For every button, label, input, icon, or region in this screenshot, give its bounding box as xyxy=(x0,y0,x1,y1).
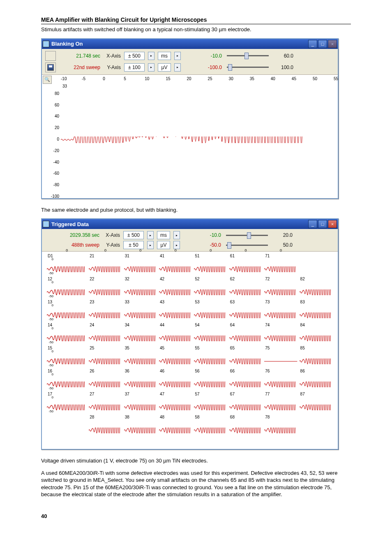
channel-label: 84 xyxy=(300,323,305,327)
xaxis-ticks-1: -10-50510152025303540455055 xyxy=(61,76,334,83)
channel-trace xyxy=(47,335,87,341)
channel-trace xyxy=(264,382,297,387)
yaxis-unit-input[interactable]: µV xyxy=(158,63,171,72)
xaxis-step-input[interactable]: ± 500 xyxy=(124,52,145,60)
yaxis-step-spin-2[interactable]: ▸ xyxy=(147,241,154,249)
zoom-button-1[interactable]: 🔍 xyxy=(43,76,52,84)
xaxis-unit-spin[interactable]: ▸ xyxy=(174,52,181,60)
xaxis-max-1: 60.0 xyxy=(274,53,293,59)
channel-label: 72 xyxy=(265,277,270,281)
ytick: 20 xyxy=(55,125,59,130)
channel-cell: 28 xyxy=(88,414,123,437)
channel-cell: 66 xyxy=(228,368,263,391)
yaxis-unit-input-2[interactable]: µV xyxy=(157,241,170,249)
channel-label: 62 xyxy=(230,277,235,281)
sweep-num-1: 22nd sweep xyxy=(59,65,100,70)
channel-cell: 26 xyxy=(88,368,123,391)
xtick: 20 xyxy=(187,76,191,81)
channel-label: 61 xyxy=(230,254,235,258)
yaxis-slider-2[interactable] xyxy=(224,241,270,249)
channel-label: 85 xyxy=(300,346,305,350)
channel-cell: 65 xyxy=(228,345,263,368)
channel-label: 12 xyxy=(48,277,52,281)
xaxis-step-spin-2[interactable]: ▸ xyxy=(147,231,154,239)
minimize-button[interactable]: _ xyxy=(308,40,317,48)
channel-label: 35 xyxy=(125,346,129,350)
channel-cell: 57 xyxy=(193,391,228,414)
channel-cell: 43 xyxy=(158,299,193,322)
channel-cell: 46 xyxy=(158,368,193,391)
channel-trace xyxy=(124,358,157,364)
minimize-button[interactable]: _ xyxy=(308,220,317,228)
save-button-1[interactable] xyxy=(45,62,56,72)
channel-trace xyxy=(264,335,297,341)
channel-label: 86 xyxy=(300,369,305,373)
yaxis-step-spin[interactable]: ▸ xyxy=(148,63,154,72)
channel-trace xyxy=(229,382,262,387)
yaxis-unit-spin-2[interactable]: ▸ xyxy=(173,241,180,249)
channel-cell: 0-5012 xyxy=(46,276,88,299)
channel-cell: 031 xyxy=(123,253,158,276)
yaxis-step-input[interactable]: ± 100 xyxy=(124,63,145,72)
channel-label: 13 xyxy=(48,300,52,304)
maximize-button[interactable]: □ xyxy=(318,220,327,228)
xaxis-slider-1[interactable] xyxy=(225,52,270,60)
channel-trace xyxy=(194,358,227,364)
channel-trace xyxy=(264,312,297,318)
app-icon xyxy=(43,221,49,227)
channel-cell: 24 xyxy=(88,322,123,345)
xaxis-unit-input[interactable]: ms xyxy=(158,52,171,60)
xaxis-unit-input-2[interactable]: ms xyxy=(157,231,170,239)
xtick: 35 xyxy=(250,76,254,81)
xaxis-unit-spin-2[interactable]: ▸ xyxy=(173,231,180,239)
close-button[interactable]: × xyxy=(328,220,337,228)
channel-label: 46 xyxy=(160,369,164,373)
channel-trace xyxy=(47,382,87,387)
channel-label: 76 xyxy=(265,369,270,373)
xtick: 10 xyxy=(145,76,149,81)
save-icon xyxy=(47,64,54,71)
channel-trace xyxy=(159,289,192,295)
channel-cell: 63 xyxy=(228,299,263,322)
channel-trace xyxy=(124,289,157,295)
channel-cell: 56 xyxy=(193,368,228,391)
channel-cell: 27 xyxy=(88,391,123,414)
channel-cell: 53 xyxy=(193,299,228,322)
channel-label: 82 xyxy=(300,277,305,281)
xaxis-slider-2[interactable] xyxy=(224,231,270,239)
channel-trace xyxy=(194,289,227,295)
yaxis-slider-1[interactable] xyxy=(225,64,270,71)
yaxis-label-1: Y-Axis xyxy=(104,65,121,70)
channel-label: 41 xyxy=(160,254,164,258)
channel-trace xyxy=(89,382,122,387)
channel-label: 52 xyxy=(195,277,199,281)
yaxis-step-input-2[interactable]: ± 50 xyxy=(123,241,144,249)
channel-label: 63 xyxy=(230,300,235,304)
xtick: 45 xyxy=(292,76,296,81)
channel-label: 77 xyxy=(265,392,270,396)
channel-cell: 75 xyxy=(263,345,298,368)
toolbar-blank-button[interactable] xyxy=(45,51,56,61)
channel-cell: 87 xyxy=(299,391,334,414)
channel-trace xyxy=(159,382,192,387)
channel-trace xyxy=(300,358,332,364)
channel-label: 44 xyxy=(160,323,164,327)
close-button[interactable]: × xyxy=(328,40,337,48)
channel-cell: 68 xyxy=(228,414,263,437)
xaxis-label-2: X-Axis xyxy=(103,232,120,238)
maximize-button[interactable]: □ xyxy=(318,40,327,48)
channel-cell: 32 xyxy=(123,276,158,299)
channel-trace xyxy=(229,289,262,295)
ytick: -40 xyxy=(53,160,59,164)
xaxis-step-spin[interactable]: ▸ xyxy=(148,52,154,60)
xtick: 30 xyxy=(229,76,233,81)
channel-label: 24 xyxy=(90,323,94,327)
xaxis-max-2: 20.0 xyxy=(273,232,293,238)
yaxis-unit-spin[interactable]: ▸ xyxy=(174,63,181,72)
yaxis-max-2: 50.0 xyxy=(273,242,293,248)
channel-label: 83 xyxy=(300,300,305,304)
xaxis-step-input-2[interactable]: ± 500 xyxy=(123,231,144,239)
channel-trace xyxy=(264,358,297,364)
channel-cell: 061 xyxy=(228,253,263,276)
channel-label: 14 xyxy=(48,323,52,327)
